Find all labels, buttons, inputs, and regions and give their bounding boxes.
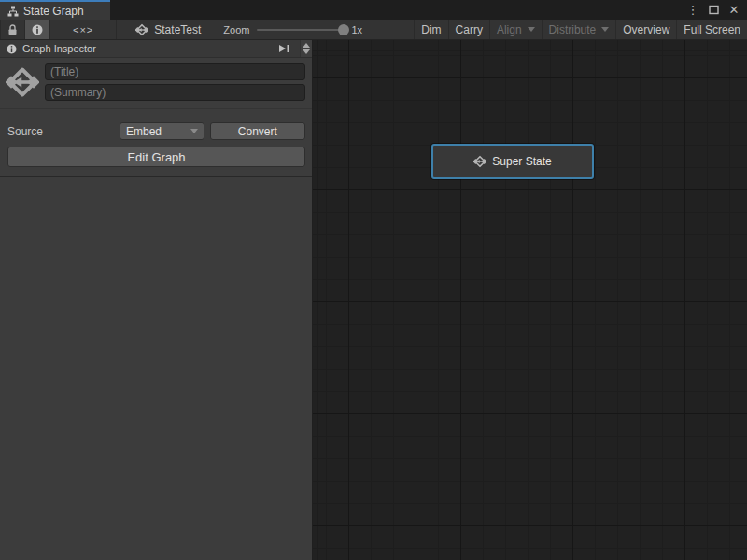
align-label: Align <box>497 23 522 36</box>
zoom-slider-knob[interactable] <box>338 24 349 35</box>
source-label: Source <box>7 125 120 138</box>
machine-breadcrumb[interactable]: StateTest <box>117 20 210 39</box>
zoom-value: 1x <box>351 24 362 35</box>
info-icon <box>32 24 43 35</box>
inspector-body: Source Embed Convert Edit Graph <box>0 58 312 560</box>
main-area: Graph Inspector <box>0 40 747 560</box>
convert-button[interactable]: Convert <box>210 122 305 140</box>
state-machine-icon <box>6 63 39 101</box>
window-menu-icon[interactable]: ⋮ <box>685 3 700 18</box>
state-machine-icon <box>135 23 148 36</box>
lock-button[interactable] <box>0 20 25 39</box>
state-graph-window: State Graph ⋮ ✕ <box>0 0 747 560</box>
code-view-button[interactable]: <×> <box>50 20 117 39</box>
overview-label: Overview <box>623 23 669 36</box>
title-fields <box>45 63 305 101</box>
super-state-node[interactable]: Super State <box>431 144 594 179</box>
graph-title-input[interactable] <box>45 63 305 80</box>
graph-inspector-panel: Graph Inspector <box>0 40 313 560</box>
toolbar: <×> StateTest Zoom 1x Dim <box>0 20 747 40</box>
inspector-title: Graph Inspector <box>22 43 269 54</box>
lock-icon <box>7 24 18 35</box>
fullscreen-label: Full Screen <box>684 23 740 36</box>
zoom-control: Zoom 1x <box>210 20 362 39</box>
dock-right-icon <box>278 43 290 54</box>
carry-button[interactable]: Carry <box>449 20 490 39</box>
edit-graph-button[interactable]: Edit Graph <box>7 147 305 167</box>
maximize-icon[interactable] <box>706 3 721 18</box>
titlebar-spacer <box>110 0 680 20</box>
edit-graph-label: Edit Graph <box>127 150 185 164</box>
close-icon[interactable]: ✕ <box>726 3 741 18</box>
distribute-button[interactable]: Distribute <box>543 20 617 39</box>
zoom-slider[interactable] <box>257 29 344 31</box>
code-icon: <×> <box>73 24 93 35</box>
fullscreen-button[interactable]: Full Screen <box>677 20 747 39</box>
source-selected-value: Embed <box>126 125 162 138</box>
chevron-down-icon <box>190 129 198 133</box>
inspector-toggle-button[interactable] <box>25 20 50 39</box>
graph-title-section <box>0 58 312 109</box>
machine-name: StateTest <box>154 23 201 36</box>
graph-hierarchy-icon <box>7 6 19 17</box>
window-controls: ⋮ ✕ <box>680 0 747 20</box>
node-label: Super State <box>492 155 551 168</box>
graph-summary-input[interactable] <box>45 84 305 101</box>
panel-scroll-arrows[interactable] <box>300 40 312 57</box>
carry-label: Carry <box>456 23 483 36</box>
distribute-label: Distribute <box>549 23 597 36</box>
tab-title: State Graph <box>23 5 84 18</box>
inspector-empty-area <box>0 177 312 560</box>
overview-button[interactable]: Overview <box>616 20 677 39</box>
scroll-up-icon[interactable] <box>303 43 310 48</box>
titlebar: State Graph ⋮ ✕ <box>0 0 747 20</box>
zoom-label: Zoom <box>223 24 249 35</box>
toolbar-spacer <box>362 20 414 39</box>
inspector-header: Graph Inspector <box>0 40 312 58</box>
dock-panel-button[interactable] <box>275 43 294 54</box>
tab-state-graph[interactable]: State Graph <box>0 0 110 20</box>
dim-label: Dim <box>421 23 441 36</box>
info-icon <box>7 44 17 54</box>
graph-canvas[interactable]: Super State <box>313 40 747 560</box>
source-row: Source Embed Convert <box>0 122 312 140</box>
convert-label: Convert <box>238 125 277 138</box>
scroll-down-icon[interactable] <box>303 49 310 54</box>
align-button[interactable]: Align <box>490 20 543 39</box>
chevron-down-icon <box>601 27 609 32</box>
source-dropdown[interactable]: Embed <box>120 122 204 140</box>
state-machine-icon <box>473 155 486 168</box>
dim-button[interactable]: Dim <box>414 20 448 39</box>
chevron-down-icon <box>528 27 535 32</box>
